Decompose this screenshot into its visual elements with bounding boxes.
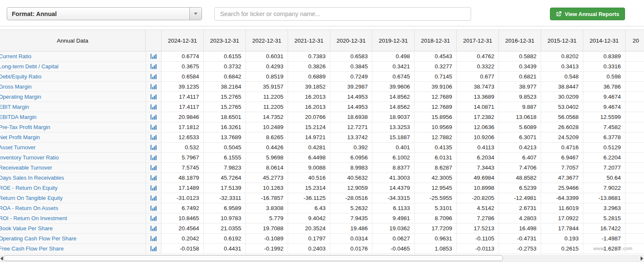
table-row: Gross Margin39.123538.216435.915739.1852… [0,82,644,92]
value-cell: 17.0922 [541,213,583,223]
value-cell: 0.7145 [415,72,457,81]
row-label-link[interactable]: Return On Tangible Equity [0,193,146,203]
value-cell: 17.7209 [415,224,457,233]
partial-value-cell [625,213,644,223]
row-label-link[interactable]: Free Cash Flow Per Share [0,244,146,253]
ticker-search-input[interactable] [214,7,471,21]
table-row: Inventory Turnover Ratio5.79676.15555.96… [0,153,644,163]
row-label-link[interactable]: EBIT Margin [0,102,146,112]
bar-chart-icon[interactable] [146,112,162,122]
value-cell: 0.6192 [204,234,246,243]
format-dropdown[interactable]: Format: Annual [7,7,202,20]
bar-chart-icon[interactable] [146,224,162,233]
row-label-link[interactable]: Days Sales In Receivables [0,173,146,183]
bar-chart-icon[interactable] [146,62,162,71]
bar-chart-icon[interactable] [146,193,162,203]
value-cell: 0.4762 [457,51,499,61]
value-cell: 8.0614 [246,163,288,172]
value-cell: 20.0766 [288,112,330,122]
grid-header-row: Annual Data 2024-12-312023-12-312022-12-… [0,30,644,51]
row-label-link[interactable]: ROA - Return On Assets [0,203,146,213]
value-cell: -0.1089 [246,234,288,243]
value-cell: 15.2124 [288,122,330,132]
row-label-link[interactable]: Long-term Debt / Capital [0,62,146,71]
row-label-link[interactable]: Asset Turnover [0,143,146,152]
column-header[interactable]: 2024-12-31 [162,30,204,51]
value-cell: 6.43 [288,203,330,213]
column-header[interactable]: 2016-12-31 [499,30,541,51]
value-cell: 14.4953 [330,92,372,102]
table-row: Net Profit Margin12.653313.76898.626514.… [0,132,644,143]
table-row: Return On Tangible Equity-31.0123-32.331… [0,193,644,203]
value-cell: 2.6731 [499,203,541,213]
value-cell: 0.4281 [288,143,330,152]
column-header[interactable]: 2019-12-31 [372,30,415,51]
value-cell: 19.7088 [246,224,288,233]
bar-chart-icon[interactable] [146,173,162,183]
row-label-link[interactable]: Net Profit Margin [0,132,146,142]
value-cell: 11.2205 [246,92,288,102]
row-label-link[interactable]: ROI - Return On Investment [0,213,146,223]
row-label-link[interactable]: Book Value Per Share [0,224,146,233]
bar-chart-icon[interactable] [146,122,162,132]
column-header[interactable]: 2020-12-31 [330,30,372,51]
value-cell: 12.9059 [330,183,372,193]
bar-chart-icon[interactable] [146,244,162,253]
column-header[interactable]: 2018-12-31 [415,30,457,51]
bar-chart-icon[interactable] [146,143,162,152]
column-header-partial[interactable]: 20 [625,30,644,51]
row-label-link[interactable]: ROE - Return On Equity [0,183,146,193]
horizontal-scrollbar[interactable] [0,255,644,262]
scroll-left-arrow-icon[interactable] [0,256,3,261]
column-header[interactable]: 2014-12-31 [583,30,625,51]
row-label-link[interactable]: Debt/Equity Ratio [0,72,146,81]
value-cell: 15.2314 [288,183,330,193]
value-cell: 13.3253 [372,122,415,132]
row-label-link[interactable]: Gross Margin [0,82,146,92]
column-header[interactable]: 2017-12-31 [457,30,499,51]
bar-chart-icon[interactable] [146,234,162,243]
view-annual-reports-button[interactable]: View Annual Reports [550,8,625,20]
bar-chart-icon[interactable] [146,82,162,92]
value-cell: 17.4117 [162,92,204,102]
column-header[interactable]: 2023-12-31 [204,30,246,51]
value-cell: -28.0516 [330,193,372,203]
horizontal-scrollbar-thumb[interactable] [3,255,503,261]
bar-chart-icon[interactable] [146,51,162,61]
bar-chart-icon[interactable] [146,102,162,112]
value-cell: 38.8447 [541,82,583,92]
bar-chart-icon[interactable] [146,163,162,172]
value-cell: 24.5209 [541,132,583,142]
bar-chart-icon[interactable] [146,132,162,142]
partial-value-cell [625,163,644,172]
value-cell: 6.3778 [583,132,625,142]
value-cell: 4.5142 [457,203,499,213]
bar-chart-icon[interactable] [146,72,162,81]
column-header[interactable]: 2015-12-31 [541,30,583,51]
scroll-right-arrow-icon[interactable] [641,256,643,261]
value-cell: -16.7857 [246,193,288,203]
row-label-link[interactable]: Receiveable Turnover [0,163,146,172]
row-label-link[interactable]: Operating Cash Flow Per Share [0,234,146,243]
bar-chart-icon[interactable] [146,92,162,102]
row-label-link[interactable]: Current Ratio [0,51,146,61]
value-cell: 0.9631 [415,234,457,243]
row-label-link[interactable]: EBITDA Margin [0,112,146,122]
value-cell: 0.2403 [288,244,330,253]
bar-chart-icon[interactable] [146,153,162,162]
bar-chart-icon[interactable] [146,183,162,193]
value-cell: 9.8523 [499,92,541,102]
value-cell: 0.3675 [162,62,204,71]
row-label-link[interactable]: Inventory Turnover Ratio [0,153,146,162]
row-label-link[interactable]: Pre-Tax Profit Margin [0,122,146,132]
value-cell: 13.0618 [499,112,541,122]
value-cell: 40.516 [288,173,330,183]
value-cell: 17.4117 [162,102,204,112]
row-label-link[interactable]: Operating Margin [0,92,146,102]
bar-chart-icon[interactable] [146,213,162,223]
format-dropdown-arrow-button[interactable] [189,8,202,20]
column-header[interactable]: 2021-12-31 [288,30,330,51]
value-cell: -36.1125 [288,193,330,203]
column-header[interactable]: 2022-12-31 [246,30,288,51]
bar-chart-icon[interactable] [146,203,162,213]
